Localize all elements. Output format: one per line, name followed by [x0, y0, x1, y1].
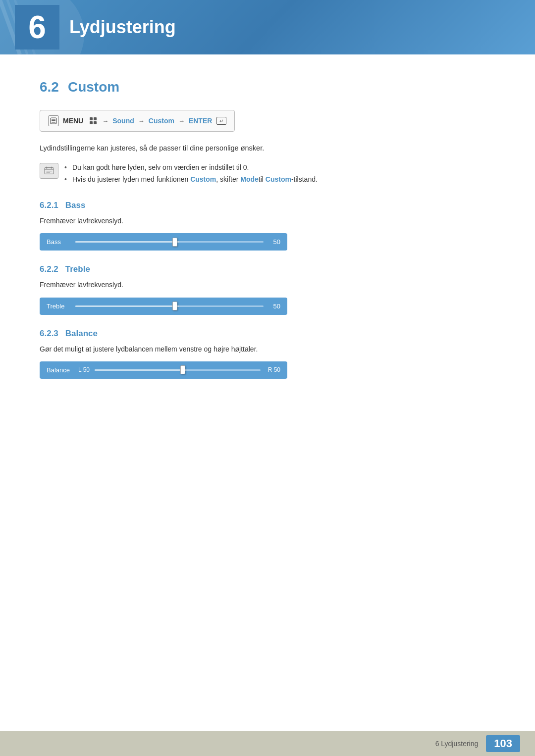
subsection-balance-heading: 6.2.3 Balance	[40, 329, 495, 339]
chapter-title: Lydjustering	[69, 17, 176, 38]
bass-slider-fill	[75, 241, 179, 243]
section-title: Custom	[68, 79, 119, 95]
enter-key-icon: ↵	[216, 117, 226, 125]
treble-section-title: Treble	[65, 264, 90, 274]
nav-arrow-1: →	[102, 117, 108, 125]
note-list: Du kan godt høre lyden, selv om værdien …	[64, 162, 318, 186]
svg-rect-6	[52, 122, 55, 123]
section-description: Lydindstillingerne kan justeres, så de p…	[40, 143, 495, 154]
nav-menu-label: MENU	[63, 117, 83, 125]
nav-custom: Custom	[149, 117, 174, 125]
note-custom-highlight: Custom	[190, 175, 216, 183]
svg-rect-4	[52, 119, 55, 120]
balance-slider-label: Balance	[47, 366, 70, 374]
bass-section-number: 6.2.1	[40, 201, 58, 210]
balance-section-title: Balance	[65, 329, 98, 339]
subsection-bass-heading: 6.2.1 Bass	[40, 201, 495, 210]
svg-rect-13	[46, 167, 48, 169]
balance-right-value: R 50	[266, 366, 280, 373]
bass-slider-track	[75, 241, 264, 243]
balance-left-value: L 50	[75, 366, 90, 373]
note-item-1: Du kan godt høre lyden, selv om værdien …	[64, 162, 318, 174]
section-number: 6.2	[40, 79, 59, 95]
balance-section-number: 6.2.3	[40, 329, 58, 339]
svg-rect-9	[90, 121, 93, 124]
nav-menu-grid-icon	[88, 116, 98, 126]
nav-arrow-2: →	[138, 117, 145, 125]
chapter-number: 6	[28, 11, 46, 43]
note-box: Du kan godt høre lyden, selv om værdien …	[40, 162, 495, 186]
bass-slider-label: Bass	[47, 238, 70, 246]
nav-sound: Sound	[112, 117, 134, 125]
svg-rect-5	[52, 120, 55, 121]
svg-rect-14	[51, 167, 53, 169]
svg-rect-11	[45, 168, 54, 174]
menu-remote-icon	[48, 115, 59, 126]
bass-slider-widget: Bass 50	[40, 233, 287, 251]
treble-slider-track-container[interactable]	[75, 304, 264, 307]
treble-slider-widget: Treble 50	[40, 298, 287, 315]
main-content: 6.2 Custom MENU → Sound → Custom → ENT	[0, 54, 535, 748]
treble-slider-value: 50	[268, 302, 280, 310]
balance-slider-track	[95, 369, 261, 371]
note-icon	[40, 163, 58, 179]
nav-arrow-3: →	[178, 117, 185, 125]
note-custom2-highlight: Custom	[266, 175, 291, 183]
bass-slider-value: 50	[268, 238, 280, 246]
balance-slider-fill	[95, 369, 186, 371]
svg-rect-10	[94, 121, 97, 124]
treble-description: Fremhæver lavfrekvenslyd.	[40, 279, 495, 290]
treble-slider-thumb[interactable]	[172, 302, 177, 310]
nav-enter: ENTER	[189, 117, 212, 125]
balance-description: Gør det muligt at justere lydbalancen me…	[40, 344, 495, 354]
bass-section-title: Bass	[65, 201, 86, 210]
bass-slider-thumb[interactable]	[172, 238, 177, 247]
balance-slider-thumb[interactable]	[180, 365, 185, 374]
treble-slider-track	[75, 305, 264, 307]
section-heading: 6.2 Custom	[40, 79, 495, 95]
balance-slider-track-container[interactable]	[95, 368, 261, 371]
footer-page: 103	[486, 735, 520, 752]
chapter-header: 6 Lydjustering	[0, 0, 535, 54]
nav-breadcrumb: MENU → Sound → Custom → ENTER ↵	[40, 110, 235, 132]
treble-slider-label: Treble	[47, 302, 70, 310]
treble-section-number: 6.2.2	[40, 264, 58, 274]
footer-text: 6 Lydjustering	[435, 740, 479, 748]
svg-rect-8	[94, 117, 97, 120]
bass-description: Fremhæver lavfrekvenslyd.	[40, 215, 495, 226]
subsection-treble-heading: 6.2.2 Treble	[40, 264, 495, 274]
treble-slider-fill	[75, 305, 179, 307]
balance-slider-widget: Balance L 50 R 50	[40, 361, 287, 379]
footer: 6 Lydjustering 103	[0, 731, 535, 756]
chapter-number-box: 6	[15, 5, 59, 50]
bass-slider-track-container[interactable]	[75, 241, 264, 244]
svg-rect-7	[90, 117, 93, 120]
note-item-2: Hvis du justerer lyden med funktionen Cu…	[64, 174, 318, 186]
note-mode-highlight: Mode	[240, 175, 259, 183]
